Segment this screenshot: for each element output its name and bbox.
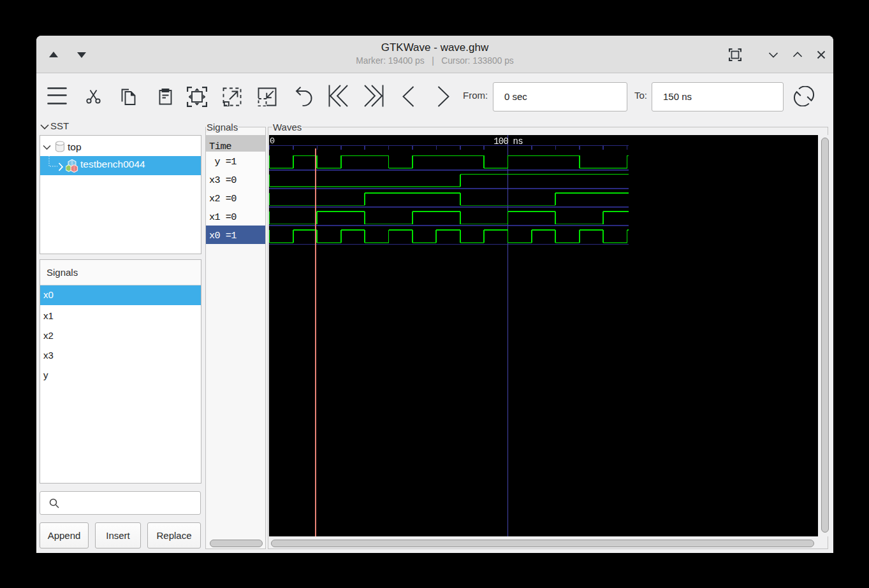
svg-text:100 ns: 100 ns — [493, 136, 523, 147]
svg-text:0: 0 — [270, 136, 275, 146]
